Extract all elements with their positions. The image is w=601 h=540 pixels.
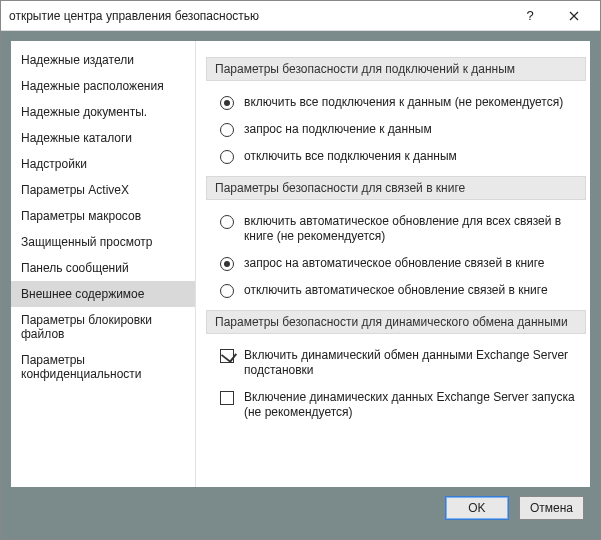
checkbox-icon — [220, 349, 234, 363]
sidebar-item-label: Надежные каталоги — [21, 131, 132, 145]
sidebar-item-privacy[interactable]: Параметры конфиденциальности — [11, 347, 195, 387]
group-header-dde: Параметры безопасности для динамического… — [206, 310, 586, 334]
radio-enable-all-links[interactable]: включить автоматическое обновление для в… — [196, 208, 586, 250]
category-sidebar: Надежные издатели Надежные расположения … — [11, 41, 196, 487]
radio-icon — [220, 96, 234, 110]
sidebar-item-file-block[interactable]: Параметры блокировки файлов — [11, 307, 195, 347]
checkbox-icon — [220, 391, 234, 405]
cancel-button[interactable]: Отмена — [519, 496, 584, 520]
sidebar-item-external-content[interactable]: Внешнее содержимое — [11, 281, 195, 307]
radio-icon — [220, 257, 234, 271]
sidebar-item-label: Надежные документы. — [21, 105, 147, 119]
close-icon — [569, 11, 579, 21]
sidebar-item-label: Панель сообщений — [21, 261, 129, 275]
check-dde-lookup[interactable]: Включить динамический обмен данными Exch… — [196, 342, 586, 384]
radio-icon — [220, 150, 234, 164]
titlebar: открытие центра управления безопасностью… — [1, 1, 600, 31]
sidebar-item-trusted-catalogs[interactable]: Надежные каталоги — [11, 125, 195, 151]
sidebar-item-label: Параметры макросов — [21, 209, 141, 223]
option-label: запрос на автоматическое обновление связ… — [244, 256, 545, 271]
option-label: Включение динамических данных Exchange S… — [244, 390, 578, 420]
radio-icon — [220, 284, 234, 298]
dialog-window: открытие центра управления безопасностью… — [0, 0, 601, 540]
sidebar-item-message-bar[interactable]: Панель сообщений — [11, 255, 195, 281]
settings-content: Параметры безопасности для подключений к… — [196, 41, 590, 487]
option-label: включить все подключения к данным (не ре… — [244, 95, 563, 110]
sidebar-item-protected-view[interactable]: Защищенный просмотр — [11, 229, 195, 255]
option-label: включить автоматическое обновление для в… — [244, 214, 578, 244]
sidebar-item-label: Надежные расположения — [21, 79, 164, 93]
button-label: Отмена — [530, 501, 573, 515]
group-header-data-connections: Параметры безопасности для подключений к… — [206, 57, 586, 81]
sidebar-item-addins[interactable]: Надстройки — [11, 151, 195, 177]
option-label: Включить динамический обмен данными Exch… — [244, 348, 578, 378]
sidebar-item-label: Параметры конфиденциальности — [21, 353, 142, 381]
sidebar-item-label: Защищенный просмотр — [21, 235, 153, 249]
radio-prompt-links[interactable]: запрос на автоматическое обновление связ… — [196, 250, 586, 277]
option-label: отключить автоматическое обновление связ… — [244, 283, 548, 298]
inner-panel: Надежные издатели Надежные расположения … — [11, 41, 590, 487]
sidebar-item-trusted-documents[interactable]: Надежные документы. — [11, 99, 195, 125]
sidebar-item-label: Надежные издатели — [21, 53, 134, 67]
ok-button[interactable]: OK — [445, 496, 509, 520]
sidebar-item-label: Надстройки — [21, 157, 87, 171]
check-dde-launch[interactable]: Включение динамических данных Exchange S… — [196, 384, 586, 426]
sidebar-item-trusted-locations[interactable]: Надежные расположения — [11, 73, 195, 99]
sidebar-item-label: Параметры блокировки файлов — [21, 313, 152, 341]
window-title: открытие центра управления безопасностью — [9, 9, 508, 23]
sidebar-item-activex[interactable]: Параметры ActiveX — [11, 177, 195, 203]
option-label: запрос на подключение к данным — [244, 122, 432, 137]
sidebar-item-label: Параметры ActiveX — [21, 183, 129, 197]
radio-enable-all-connections[interactable]: включить все подключения к данным (не ре… — [196, 89, 586, 116]
sidebar-item-macros[interactable]: Параметры макросов — [11, 203, 195, 229]
help-button[interactable]: ? — [508, 2, 552, 30]
radio-prompt-connections[interactable]: запрос на подключение к данным — [196, 116, 586, 143]
radio-icon — [220, 123, 234, 137]
close-button[interactable] — [552, 2, 596, 30]
option-label: отключить все подключения к данным — [244, 149, 457, 164]
sidebar-item-trusted-publishers[interactable]: Надежные издатели — [11, 47, 195, 73]
radio-icon — [220, 215, 234, 229]
radio-disable-links[interactable]: отключить автоматическое обновление связ… — [196, 277, 586, 304]
button-label: OK — [468, 501, 485, 515]
dialog-footer: OK Отмена — [11, 487, 590, 529]
sidebar-item-label: Внешнее содержимое — [21, 287, 144, 301]
group-header-workbook-links: Параметры безопасности для связей в книг… — [206, 176, 586, 200]
client-area: Надежные издатели Надежные расположения … — [1, 31, 600, 539]
radio-disable-connections[interactable]: отключить все подключения к данным — [196, 143, 586, 170]
